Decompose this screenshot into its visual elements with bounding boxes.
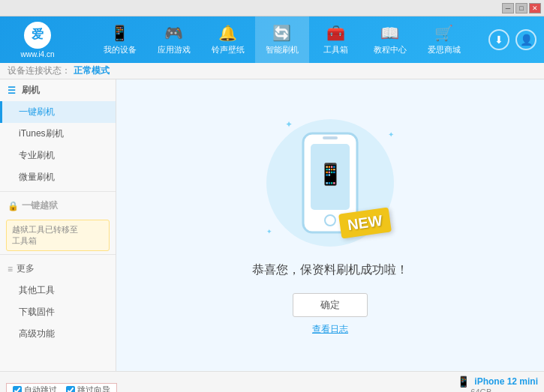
ringtones-label: 铃声壁纸 [212, 44, 245, 55]
sparkle-1: ✦ [285, 119, 293, 130]
store-icon: 🛒 [434, 24, 453, 42]
success-text: 恭喜您，保资料刷机成功啦！ [252, 262, 408, 278]
device-bar-left: 自动跳过 跳过向导 [6, 383, 117, 393]
nav-tutorial[interactable]: 📖 教程中心 [363, 16, 417, 63]
download-btn[interactable]: ⬇ [488, 29, 509, 50]
sidebar-section-flash: ☰ 刷机 [0, 79, 116, 101]
checkboxes-container: 自动跳过 跳过向导 [6, 383, 117, 393]
device-info: 📱 iPhone 12 mini 64GB Down-12mini-13.1 [457, 376, 538, 393]
my-device-icon: 📱 [110, 24, 129, 42]
jailbreak-warning: 越狱工具已转移至工具箱 [6, 220, 110, 251]
pro-flash-label: 专业刷机 [19, 150, 55, 160]
apps-games-label: 应用游戏 [158, 44, 191, 55]
view-log-link[interactable]: 查看日志 [312, 323, 348, 336]
sidebar-item-one-key-flash[interactable]: 一键刷机 [0, 101, 116, 123]
auto-jump-label: 自动跳过 [24, 385, 57, 392]
logo-subtitle: www.i4.cn [20, 50, 54, 58]
device-storage: 64GB [457, 388, 538, 393]
svg-rect-3 [323, 136, 338, 139]
device-bar: 自动跳过 跳过向导 📱 iPhone 12 mini 64GB Down-12m… [0, 371, 544, 392]
toolbox-label: 工具箱 [323, 44, 348, 55]
confirm-button[interactable]: 确定 [293, 293, 368, 317]
itunes-flash-label: iTunes刷机 [19, 128, 64, 139]
my-device-label: 我的设备 [104, 44, 137, 55]
skip-wizard-checkbox[interactable]: 跳过向导 [66, 385, 110, 392]
jailbreak-label: 一键越狱 [22, 199, 58, 212]
device-phone-icon: 📱 [457, 376, 470, 388]
device-name: iPhone 12 mini [474, 376, 538, 387]
skip-wizard-input[interactable] [66, 386, 75, 393]
nav-apps-games[interactable]: 🎮 应用游戏 [147, 16, 201, 63]
sidebar-item-wipe-flash[interactable]: 微量刷机 [0, 166, 116, 188]
flash-section-label: 刷机 [22, 84, 40, 97]
nav-right: ⬇ 👤 [488, 29, 544, 50]
one-key-flash-label: 一键刷机 [19, 106, 55, 117]
status-label: 设备连接状态： [8, 64, 71, 77]
store-label: 爱思商城 [428, 44, 461, 55]
minimize-btn[interactable]: ─ [502, 3, 514, 13]
jailbreak-warning-text: 越狱工具已转移至工具箱 [12, 225, 78, 245]
sidebar-item-download-firmware[interactable]: 下载固件 [0, 301, 116, 323]
sidebar-item-pro-flash[interactable]: 专业刷机 [0, 145, 116, 166]
title-bar: ─ □ ✕ [0, 0, 544, 16]
illustration-inner: 📱 NEW ✦ ✦ ✦ [263, 115, 398, 250]
more-icon: ≡ [8, 264, 13, 274]
skip-wizard-label: 跳过向导 [77, 385, 110, 392]
close-btn[interactable]: ✕ [529, 3, 541, 13]
sidebar-item-itunes-flash[interactable]: iTunes刷机 [0, 123, 116, 145]
confirm-label: 确定 [320, 298, 340, 312]
nav-ringtones[interactable]: 🔔 铃声壁纸 [201, 16, 255, 63]
divider-2 [0, 254, 116, 255]
status-bar: 设备连接状态： 正常模式 [0, 63, 544, 79]
auto-jump-input[interactable] [13, 386, 22, 393]
tutorial-label: 教程中心 [374, 44, 407, 55]
advanced-label: 高级功能 [19, 328, 55, 339]
nav-toolbox[interactable]: 🧰 工具箱 [309, 16, 363, 63]
sparkle-3: ✦ [266, 228, 272, 235]
illustration: 📱 NEW ✦ ✦ ✦ [263, 115, 398, 250]
ringtones-icon: 🔔 [218, 24, 237, 42]
header: 爱 www.i4.cn 📱 我的设备 🎮 应用游戏 🔔 铃声壁纸 🔄 智能刷机 … [0, 16, 544, 63]
toolbox-icon: 🧰 [326, 24, 345, 42]
more-label: 更多 [17, 262, 35, 275]
main-layout: ☰ 刷机 一键刷机 iTunes刷机 专业刷机 微量刷机 🔒 一键越狱 越狱工具… [0, 79, 544, 371]
apps-games-icon: 🎮 [164, 24, 183, 42]
sidebar-section-jailbreak: 🔒 一键越狱 [0, 195, 116, 217]
smart-flash-label: 智能刷机 [266, 44, 299, 55]
logo-icon: 爱 [24, 22, 51, 49]
nav-smart-flash[interactable]: 🔄 智能刷机 [255, 16, 309, 63]
smart-flash-icon: 🔄 [272, 24, 291, 42]
sidebar-item-advanced[interactable]: 高级功能 [0, 323, 116, 345]
status-value: 正常模式 [74, 64, 110, 77]
nav-items: 📱 我的设备 🎮 应用游戏 🔔 铃声壁纸 🔄 智能刷机 🧰 工具箱 📖 教程中心… [75, 16, 488, 63]
sparkle-2: ✦ [388, 130, 394, 139]
new-badge-text: NEW [347, 211, 383, 232]
sidebar-section-more: ≡ 更多 [0, 258, 116, 280]
sidebar-item-other-tools[interactable]: 其他工具 [0, 280, 116, 301]
maximize-btn[interactable]: □ [515, 3, 527, 13]
other-tools-label: 其他工具 [19, 285, 55, 295]
sidebar: ☰ 刷机 一键刷机 iTunes刷机 专业刷机 微量刷机 🔒 一键越狱 越狱工具… [0, 79, 116, 371]
download-firmware-label: 下载固件 [19, 307, 55, 317]
divider-1 [0, 191, 116, 192]
content-area: 📱 NEW ✦ ✦ ✦ 恭喜您，保资料刷机成功啦！ 确定 查看日志 [116, 79, 544, 371]
flash-section-icon: ☰ [8, 85, 18, 96]
wipe-flash-label: 微量刷机 [19, 172, 55, 182]
nav-store[interactable]: 🛒 爱思商城 [417, 16, 471, 63]
device-name-row: 📱 iPhone 12 mini [457, 376, 538, 388]
svg-text:📱: 📱 [317, 162, 344, 187]
user-btn[interactable]: 👤 [515, 29, 536, 50]
auto-jump-checkbox[interactable]: 自动跳过 [13, 385, 57, 392]
jailbreak-icon: 🔒 [8, 201, 18, 211]
logo-area: 爱 www.i4.cn [0, 22, 75, 58]
nav-my-device[interactable]: 📱 我的设备 [93, 16, 147, 63]
tutorial-icon: 📖 [380, 24, 399, 42]
